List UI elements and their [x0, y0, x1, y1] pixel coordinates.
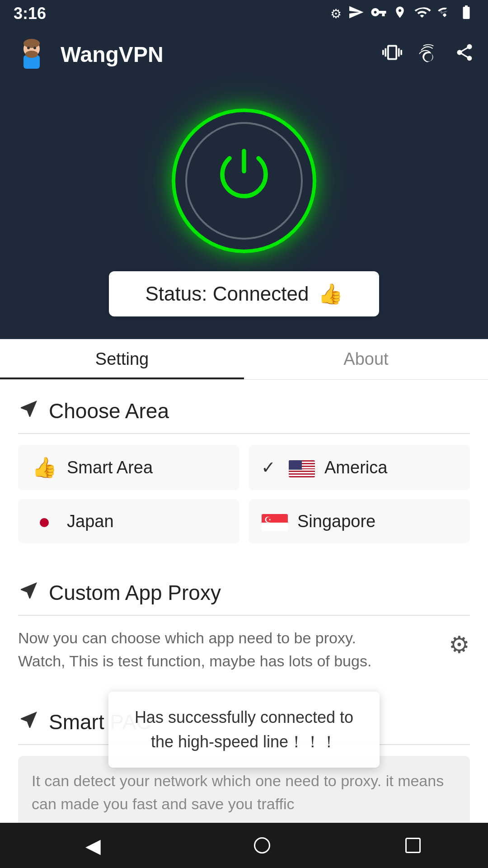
smart-pac-icon [18, 709, 40, 735]
nav-back-button[interactable]: ◀ [67, 830, 119, 862]
nav-home-button[interactable] [254, 837, 270, 854]
proxy-settings-gear[interactable]: ⚙ [449, 631, 470, 658]
fingerprint-icon[interactable] [418, 42, 438, 66]
toast-notification: Has successfully connected to the high-s… [108, 692, 380, 768]
choose-area-icon [18, 398, 40, 424]
custom-proxy-divider [18, 615, 470, 616]
america-label: America [324, 458, 387, 477]
svg-point-3 [23, 39, 40, 48]
smart-pac-description: It can detect your network which one nee… [32, 769, 456, 816]
app-logo [14, 36, 50, 72]
proxy-section-content: Now you can choose which app need to be … [18, 627, 470, 673]
vpn-power-button[interactable] [172, 108, 316, 253]
location-status-icon [393, 4, 407, 24]
proxy-description: Now you can choose which app need to be … [18, 627, 440, 673]
singapore-flag [261, 510, 288, 533]
smart-area-icon: 👍 [31, 456, 58, 479]
area-item-america[interactable]: ✓ America [249, 445, 470, 490]
wifi-status-icon [413, 4, 431, 24]
svg-point-4 [27, 47, 30, 49]
custom-proxy-header: Custom App Proxy [18, 561, 470, 615]
status-time: 3:16 [14, 4, 46, 23]
app-bar: WangVPN [0, 27, 488, 81]
america-checkmark: ✓ [261, 458, 276, 477]
battery-status-icon [458, 4, 474, 24]
app-bar-icons [382, 42, 474, 66]
choose-area-title: Choose Area [49, 399, 169, 423]
tab-setting[interactable]: Setting [0, 339, 244, 379]
nav-recent-button[interactable] [405, 838, 421, 853]
signal-status-icon [437, 4, 452, 24]
custom-proxy-title: Custom App Proxy [49, 580, 221, 605]
svg-point-5 [33, 47, 36, 49]
status-label: Status: Connected [145, 283, 309, 305]
power-icon [208, 144, 280, 218]
area-grid: 👍 Smart Area ✓ America Japan [18, 445, 470, 543]
america-flag [288, 456, 315, 479]
key-status-icon [371, 4, 387, 24]
vpn-hero: Status: Connected 👍 [0, 81, 488, 339]
message-status-icon [348, 4, 364, 24]
share-icon[interactable] [455, 42, 474, 66]
area-item-japan[interactable]: Japan [18, 499, 239, 543]
app-title: WangVPN [61, 42, 382, 67]
svg-point-2 [25, 51, 38, 58]
settings-status-icon: ⚙ [330, 6, 342, 21]
area-item-smart[interactable]: 👍 Smart Area [18, 445, 239, 490]
choose-area-divider [18, 433, 470, 434]
choose-area-header: Choose Area [18, 380, 470, 433]
custom-proxy-icon [18, 580, 40, 606]
area-item-singapore[interactable]: Singapore [249, 499, 470, 543]
bottom-navigation: ◀ [0, 823, 488, 868]
vpn-power-inner [185, 122, 303, 240]
tab-about[interactable]: About [244, 339, 488, 379]
vibrate-icon[interactable] [382, 42, 402, 66]
toast-message: Has successfully connected to the high-s… [135, 708, 353, 751]
japan-label: Japan [67, 512, 114, 531]
status-icons: ⚙ [330, 4, 474, 24]
thumb-icon: 👍 [318, 282, 343, 306]
status-bar: 3:16 ⚙ [0, 0, 488, 27]
status-button[interactable]: Status: Connected 👍 [109, 271, 379, 316]
japan-flag [31, 510, 58, 533]
tab-bar: Setting About [0, 339, 488, 380]
smart-area-label: Smart Area [67, 458, 153, 477]
singapore-label: Singapore [297, 512, 375, 531]
content: Choose Area 👍 Smart Area ✓ America [0, 380, 488, 862]
